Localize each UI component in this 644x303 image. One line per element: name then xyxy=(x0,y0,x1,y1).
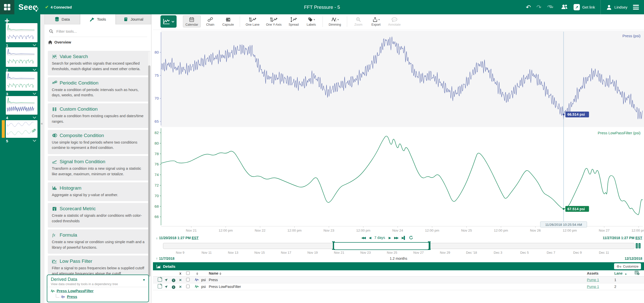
timeline-handle-left[interactable] xyxy=(333,241,334,250)
hamburger-menu-icon[interactable] xyxy=(633,5,639,10)
select-all-checkbox[interactable] xyxy=(186,271,190,275)
worksheet-strip: + 1234✎5 xyxy=(0,14,40,303)
users-icon[interactable] xyxy=(561,4,568,11)
svg-text:80: 80 xyxy=(154,141,159,145)
range-navigation: ◀◀ ◀ 7 days ▶ ▶▶ ▶▌ xyxy=(361,236,413,240)
worksheet-menu-chevron-icon[interactable] xyxy=(33,43,36,47)
timeline-selection[interactable] xyxy=(333,242,430,250)
worksheet-thumbnail[interactable] xyxy=(6,96,37,115)
tool-card-custom-condition[interactable]: Custom ConditionCreate a condition from … xyxy=(48,103,150,128)
sort-icon[interactable] xyxy=(196,272,198,275)
remove-all-header[interactable]: x xyxy=(177,271,184,275)
overview-link[interactable]: Overview xyxy=(48,40,147,44)
get-link-button[interactable]: ↗ Get link xyxy=(574,4,595,10)
range-end[interactable]: 11/27/2018 1:27 PM EST xyxy=(603,236,642,240)
labels-button[interactable]: ▾ Labels xyxy=(303,15,319,27)
user-menu[interactable]: Lindsey xyxy=(606,5,627,10)
tool-card-periodic-condition[interactable]: Periodic ConditionCreate a condition of … xyxy=(48,77,150,102)
step-forward-full-button[interactable]: ▶▶ xyxy=(394,236,398,240)
down-arrow-icon: ↓ xyxy=(156,236,158,240)
asset-link[interactable]: Pump 1 xyxy=(587,285,599,289)
redo-all-icon[interactable]: ↷↷ xyxy=(547,4,555,10)
trend-chart[interactable]: 80757065828078767472706866Nov 2112:00 pm… xyxy=(153,30,644,235)
asset-link[interactable]: Pump 1 xyxy=(587,278,599,282)
derived-data-subtitle: View data created by tools in a dependen… xyxy=(51,282,145,286)
dimming-button[interactable]: ▾ Dimming xyxy=(326,15,343,27)
timeline-tick-label: Nov 17 xyxy=(281,251,291,254)
refresh-icon[interactable] xyxy=(409,236,413,240)
edit-icon[interactable]: ✎ xyxy=(156,284,163,289)
name-column-header[interactable]: Name xyxy=(209,271,576,275)
tool-card-value-search[interactable]: Value SearchSearch for periods within si… xyxy=(48,51,150,75)
export-button[interactable]: ▾ Export xyxy=(368,15,384,27)
capsule-button[interactable]: Capsule xyxy=(220,15,236,27)
one-lane-button[interactable]: One Lane xyxy=(243,15,262,27)
derived-data-panel: Derived Data View data created by tools … xyxy=(47,275,149,302)
remove-icon[interactable]: × xyxy=(177,285,184,289)
redo-icon[interactable]: ↷ xyxy=(536,4,541,10)
send-icon[interactable] xyxy=(163,278,170,282)
range-duration[interactable]: 7 days xyxy=(374,236,385,240)
collapse-panel-icon[interactable]: « xyxy=(41,121,43,125)
tool-name: Composite Condition xyxy=(60,133,104,138)
tool-card-formula[interactable]: fxFormulaCreate a new signal or conditio… xyxy=(48,229,150,254)
tab-data[interactable]: Data xyxy=(45,14,80,24)
spread-button[interactable]: Spread xyxy=(286,15,302,27)
worksheet-menu-chevron-icon[interactable] xyxy=(33,91,36,96)
filter-tools-input[interactable] xyxy=(56,29,140,34)
tool-name: Value Search xyxy=(60,54,88,59)
worksheet-menu-chevron-icon[interactable] xyxy=(33,67,36,72)
chain-button[interactable]: Chain xyxy=(202,15,218,27)
edit-icon[interactable]: ✎ xyxy=(156,277,163,282)
name-cell[interactable]: Press xyxy=(209,278,576,282)
timeline-handle-right[interactable] xyxy=(429,241,430,250)
tool-card-composite-condition[interactable]: Composite ConditionUse simple logic to f… xyxy=(48,130,150,154)
investigate-start[interactable]: ↑11/7/2018 xyxy=(156,256,175,261)
range-start[interactable]: ↓11/20/2018 1:27 PM EST xyxy=(156,236,198,240)
capsule-time-icon[interactable] xyxy=(635,243,641,250)
tool-card-signal-from-condition[interactable]: Signal from ConditionTransform a conditi… xyxy=(48,156,150,181)
tool-card-histogram[interactable]: HistogramAggregate a signal by y-value o… xyxy=(48,182,150,201)
chevron-down-icon[interactable]: ▾ xyxy=(143,278,145,282)
remove-icon[interactable]: × xyxy=(177,278,184,282)
svg-text:Nov 26: Nov 26 xyxy=(530,229,541,232)
worksheet-thumbnail[interactable]: ✎ xyxy=(6,120,37,138)
send-icon[interactable] xyxy=(163,284,170,289)
search-icon xyxy=(49,29,53,33)
info-icon[interactable]: i xyxy=(170,278,177,282)
tab-tools[interactable]: Tools xyxy=(80,14,115,24)
svg-text:66: 66 xyxy=(154,214,159,219)
view-mode-dropdown[interactable] xyxy=(160,15,177,28)
step-forward-button[interactable]: ▶ xyxy=(389,236,391,240)
row-checkbox[interactable] xyxy=(186,278,190,281)
step-back-full-button[interactable]: ◀◀ xyxy=(361,236,365,240)
investigate-duration[interactable]: 1.2 months xyxy=(390,256,407,261)
tool-card-scorecard-metric[interactable]: Scorecard MetricCreate a statistic of si… xyxy=(48,203,150,228)
worksheet-menu-chevron-icon[interactable] xyxy=(33,115,36,120)
info-icon[interactable]: i xyxy=(170,285,177,289)
derived-item-link[interactable]: Press LowPassFilter xyxy=(57,289,94,293)
worksheet-thumbnail[interactable] xyxy=(6,72,37,91)
name-cell[interactable]: Press LowPassFilter xyxy=(209,285,576,289)
calendar-button[interactable]: Calendar xyxy=(183,15,201,27)
svg-text:65: 65 xyxy=(154,119,159,123)
undo-icon[interactable]: ↶ xyxy=(526,4,531,10)
worksheet-thumbnail[interactable] xyxy=(6,23,37,42)
lane-column-header[interactable]: Lane▲ xyxy=(608,271,630,275)
tool-name: Histogram xyxy=(60,185,82,191)
investigate-end[interactable]: 12/12/2018 xyxy=(625,256,642,261)
timeline-tick-label: Nov 13 xyxy=(228,251,238,254)
one-y-axis-button[interactable]: One Y-Axis xyxy=(264,15,284,27)
row-checkbox[interactable] xyxy=(186,285,190,288)
tools-scrollbar[interactable] xyxy=(148,52,150,303)
add-column-icon[interactable] xyxy=(630,271,644,276)
derived-item-link[interactable]: Press xyxy=(67,294,77,299)
worksheet-menu-chevron-icon[interactable] xyxy=(33,138,36,143)
timeline-tick-label: Nov 19 xyxy=(307,251,318,254)
step-to-end-button[interactable]: ▶▌ xyxy=(402,236,406,240)
customize-button[interactable]: ⚙⚙ Customize xyxy=(614,263,641,269)
tab-journal[interactable]: Journal xyxy=(116,14,151,24)
step-back-button[interactable]: ◀ xyxy=(369,236,371,240)
assets-column-header[interactable]: Assets xyxy=(576,271,608,275)
worksheet-thumbnail[interactable] xyxy=(6,47,37,67)
